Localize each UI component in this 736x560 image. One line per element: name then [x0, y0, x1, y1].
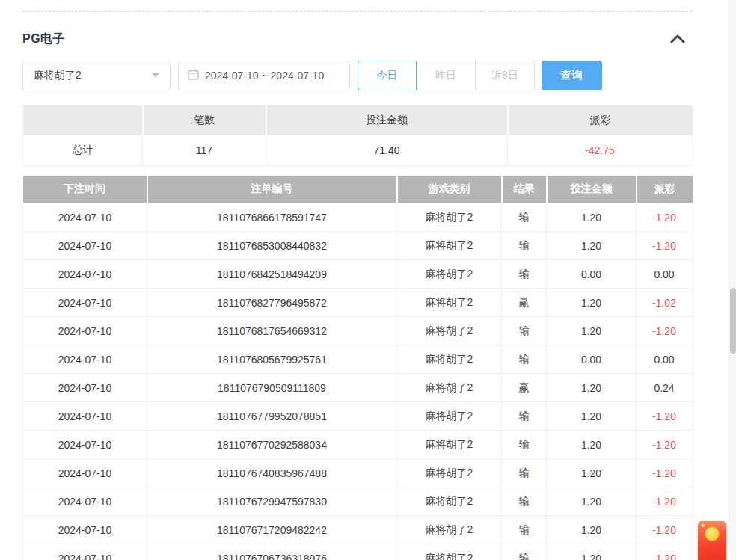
cell-result: 输	[502, 345, 547, 374]
quick-range-group: 今日 昨日 近8日	[358, 61, 535, 90]
cell-result: 赢	[502, 289, 547, 317]
table-row: 2024-07-10 1811076827796495872 麻将胡了2 赢 1…	[23, 289, 693, 317]
cell-date: 2024-07-10	[23, 374, 147, 402]
today-button[interactable]: 今日	[358, 61, 417, 90]
bets-header-game: 游戏类别	[397, 176, 502, 203]
summary-header-blank	[23, 105, 143, 135]
cell-payout: -1.20	[637, 203, 693, 232]
scrollbar[interactable]	[729, 0, 736, 560]
red-envelope-icon[interactable]	[698, 521, 726, 560]
cell-amount: 1.20	[547, 459, 637, 487]
cell-amount: 1.20	[547, 487, 637, 516]
cell-payout: -1.02	[637, 289, 693, 317]
cell-ticket: 1811076717209482242	[147, 516, 397, 544]
cell-amount: 1.20	[547, 289, 637, 317]
cell-game: 麻将胡了2	[397, 289, 502, 317]
filter-bar: 麻将胡了2 2024-07-10 ~ 2024-07-10 今日 昨日 近8日 …	[22, 61, 692, 90]
cell-date: 2024-07-10	[23, 544, 147, 560]
scrollbar-thumb[interactable]	[730, 288, 736, 354]
query-button[interactable]: 查询	[542, 61, 602, 90]
section-title: PG电子	[22, 31, 65, 47]
table-row: 2024-07-10 1811076740835967488 麻将胡了2 输 1…	[23, 459, 693, 487]
cell-amount: 1.20	[547, 203, 637, 232]
collapse-chevron-icon[interactable]	[669, 32, 686, 46]
caret-down-icon	[152, 73, 159, 78]
cell-date: 2024-07-10	[23, 487, 147, 516]
game-select[interactable]: 麻将胡了2	[22, 61, 171, 90]
cell-payout: -1.20	[637, 402, 693, 431]
cell-payout: 0.00	[637, 260, 693, 289]
section-header: PG电子	[22, 31, 692, 46]
cell-payout: -1.20	[637, 431, 693, 459]
game-select-value: 麻将胡了2	[34, 69, 82, 82]
cell-result: 输	[502, 203, 547, 232]
cell-game: 麻将胡了2	[397, 374, 502, 402]
calendar-icon	[188, 69, 199, 83]
cell-result: 输	[502, 487, 547, 516]
cell-payout: -1.20	[637, 459, 693, 487]
cell-amount: 1.20	[547, 402, 637, 431]
cell-ticket: 1811076706736318976	[147, 544, 397, 560]
bets-header-row: 下注时间 注单编号 游戏类别 结果 投注金额 派彩	[23, 176, 693, 203]
cell-payout: -1.20	[637, 516, 693, 544]
cell-ticket: 1811076729947597830	[147, 487, 397, 516]
total-payout: -42.75	[508, 135, 693, 165]
cell-date: 2024-07-10	[23, 289, 147, 317]
cell-ticket: 1811076779952078851	[147, 402, 397, 431]
cell-amount: 1.20	[547, 232, 637, 260]
report-section: PG电子 麻将胡了2 2024-07-10 ~ 2024-07-10 今日 昨日…	[22, 11, 692, 560]
bets-header-date: 下注时间	[23, 176, 147, 203]
cell-game: 麻将胡了2	[397, 544, 502, 560]
cell-amount: 0.00	[547, 345, 637, 374]
bets-header-payout: 派彩	[637, 176, 693, 203]
date-range-value: 2024-07-10 ~ 2024-07-10	[205, 70, 324, 81]
cell-date: 2024-07-10	[23, 516, 147, 544]
table-row: 2024-07-10 1811076866178591747 麻将胡了2 输 1…	[23, 203, 693, 232]
cell-game: 麻将胡了2	[397, 487, 502, 516]
cell-ticket: 1811076790509111809	[147, 374, 397, 402]
cell-ticket: 1811076866178591747	[147, 203, 397, 232]
yesterday-button[interactable]: 昨日	[417, 61, 476, 90]
date-range-picker[interactable]: 2024-07-10 ~ 2024-07-10	[178, 61, 350, 90]
cell-payout: 0.24	[637, 374, 693, 402]
table-row: 2024-07-10 1811076790509111809 麻将胡了2 赢 1…	[23, 374, 693, 402]
cell-ticket: 1811076817654669312	[147, 317, 397, 345]
bets-table-body: 2024-07-10 1811076866178591747 麻将胡了2 输 1…	[23, 203, 693, 560]
cell-date: 2024-07-10	[23, 431, 147, 459]
cell-payout: -1.20	[637, 232, 693, 260]
total-count: 117	[143, 135, 266, 165]
cell-ticket: 1811076842518494209	[147, 260, 397, 289]
cell-result: 输	[502, 317, 547, 345]
cell-result: 输	[502, 260, 547, 289]
cell-date: 2024-07-10	[23, 232, 147, 260]
cell-result: 输	[502, 232, 547, 260]
cell-payout: -1.20	[637, 317, 693, 345]
bets-header-ticket: 注单编号	[147, 176, 397, 203]
table-row: 2024-07-10 1811076853008440832 麻将胡了2 输 1…	[23, 232, 693, 260]
cell-result: 输	[502, 431, 547, 459]
cell-ticket: 1811076740835967488	[147, 459, 397, 487]
summary-table: 笔数 投注金额 派彩 总计 117 71.40 -42.75	[22, 105, 693, 166]
summary-header-bet-amount: 投注金额	[266, 105, 508, 135]
table-row: 2024-07-10 1811076706736318976 麻将胡了2 输 1…	[23, 544, 693, 560]
cell-amount: 1.20	[547, 317, 637, 345]
cell-game: 麻将胡了2	[397, 402, 502, 431]
table-row: 2024-07-10 1811076770292588034 麻将胡了2 输 1…	[23, 431, 693, 459]
cell-amount: 1.20	[547, 516, 637, 544]
cell-result: 赢	[502, 374, 547, 402]
cell-game: 麻将胡了2	[397, 345, 502, 374]
total-bet-amount: 71.40	[266, 135, 508, 165]
cell-amount: 1.20	[547, 374, 637, 402]
cell-payout: -1.20	[637, 544, 693, 560]
last-8-days-button[interactable]: 近8日	[476, 61, 535, 90]
cell-date: 2024-07-10	[23, 345, 147, 374]
bets-header-amount: 投注金额	[547, 176, 637, 203]
cell-result: 输	[502, 544, 547, 560]
cell-result: 输	[502, 402, 547, 431]
total-label: 总计	[23, 135, 143, 165]
cell-game: 麻将胡了2	[397, 431, 502, 459]
cell-amount: 1.20	[547, 544, 637, 560]
cell-ticket: 1811076805679925761	[147, 345, 397, 374]
cell-date: 2024-07-10	[23, 203, 147, 232]
cell-ticket: 1811076853008440832	[147, 232, 397, 260]
